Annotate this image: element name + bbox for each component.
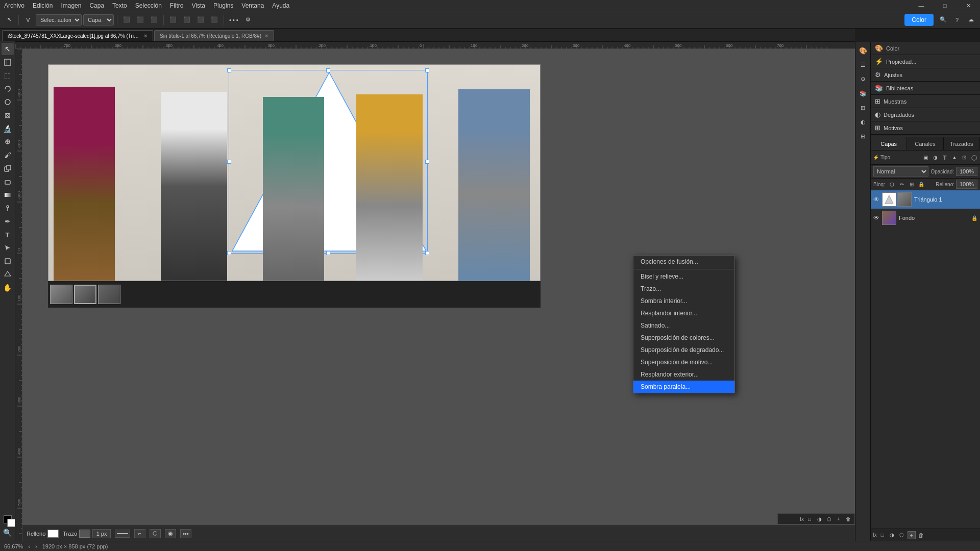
tool-shape[interactable] <box>2 255 14 267</box>
tool-crop[interactable]: ⊠ <box>2 109 14 121</box>
tool-clone[interactable] <box>2 162 14 174</box>
share-button[interactable]: Color <box>904 14 934 26</box>
ctx-superposicion-motivo[interactable]: Superposición de motivo... <box>633 356 734 368</box>
libraries-panel[interactable]: 📚 Bibliotecas <box>871 82 980 95</box>
lock-position-btn[interactable]: ✏ <box>898 180 906 188</box>
group-layers-btn[interactable]: ⬡ <box>825 515 833 523</box>
fill-input[interactable]: 100% <box>956 180 977 189</box>
patterns-icon[interactable]: ⊞ <box>857 131 869 142</box>
tool-artboard[interactable] <box>2 56 14 68</box>
layers-tab-canales[interactable]: Canales <box>907 137 943 150</box>
layer-new-fill-btn[interactable]: □ <box>878 531 887 539</box>
menu-item-texto[interactable]: Texto <box>112 2 127 9</box>
maximize-button[interactable]: □ <box>933 0 957 11</box>
gradients-icon[interactable]: ◐ <box>857 116 869 128</box>
fill-color-swatch[interactable] <box>47 530 59 538</box>
layers-tab-trazados[interactable]: Trazados <box>944 137 980 150</box>
thumb-1[interactable] <box>50 285 72 304</box>
gradients-panel[interactable]: ◐ Degradados <box>871 108 980 121</box>
tab-1-close[interactable]: ✕ <box>264 33 268 39</box>
ctx-bisel-relieve[interactable]: Bisel y relieve... <box>633 270 734 283</box>
layer-add-btn[interactable]: + <box>908 531 916 539</box>
tool-gradient[interactable] <box>2 189 14 201</box>
menu-item-imagen[interactable]: Imagen <box>61 2 81 9</box>
shape-mode-btn[interactable]: ⬡ <box>150 529 161 538</box>
menu-item-archivo[interactable]: Archivo <box>4 2 24 9</box>
layer-item-triangle[interactable]: 👁 Triángulo 1 <box>871 190 980 209</box>
menu-item-plugins[interactable]: Plugins <box>213 2 233 9</box>
tool-3d[interactable] <box>2 268 14 281</box>
more-shape-btn[interactable]: ••• <box>180 529 191 538</box>
align-right-btn[interactable]: ⬛ <box>148 14 160 26</box>
mask-btn[interactable]: ◉ <box>165 529 176 538</box>
align-left-btn[interactable]: ⬛ <box>120 14 133 26</box>
thumb-2[interactable] <box>74 285 96 304</box>
ctx-superposicion-colores[interactable]: Superposición de colores... <box>633 332 734 344</box>
help-btn[interactable]: ? <box>951 14 963 26</box>
lock-artboard-btn[interactable]: ⊞ <box>908 180 916 188</box>
tab-1[interactable]: Sin título-1 al 66,7% (Rectángulo 1, RGB… <box>154 30 274 41</box>
tool-hand[interactable]: ✋ <box>2 282 14 294</box>
tool-heal[interactable] <box>2 136 14 148</box>
lock-all-btn[interactable]: 🔒 <box>917 180 925 188</box>
layer-item-fondo[interactable]: 👁 Fondo 🔒 <box>871 209 980 227</box>
distribute2-btn[interactable]: ⬛ <box>181 14 193 26</box>
add-mask-btn[interactable]: ◑ <box>815 515 823 523</box>
delete-layer-btn2[interactable]: 🗑 <box>844 515 852 523</box>
tool-marquee[interactable]: ⬚ <box>2 69 14 82</box>
lock-pixels-btn[interactable]: ⬡ <box>888 180 896 188</box>
color-panel-icon[interactable]: 🎨 <box>857 45 869 56</box>
tool-eraser[interactable] <box>2 176 14 188</box>
layer-group-btn[interactable]: ⬡ <box>898 531 906 539</box>
tool-select-subject[interactable] <box>2 96 14 108</box>
layer-visibility-eye-1[interactable]: 👁 <box>873 196 879 203</box>
layer-type-smart-btn[interactable]: ⊡ <box>960 154 968 162</box>
select-btn[interactable]: V <box>22 14 34 26</box>
new-fill-layer-btn[interactable]: □ <box>805 515 814 523</box>
tool-text[interactable]: T <box>2 229 14 241</box>
cloud-btn[interactable]: ☁ <box>965 14 977 26</box>
foreground-color[interactable] <box>4 515 12 523</box>
distribute4-btn[interactable]: ⬛ <box>208 14 220 26</box>
layer-type-pixel-btn[interactable]: ▣ <box>921 154 929 162</box>
layers-tab-capas[interactable]: Capas <box>871 137 907 150</box>
menu-item-edicion[interactable]: Edición <box>33 2 53 9</box>
layer-visibility-eye-2[interactable]: 👁 <box>873 214 879 221</box>
ctx-resplandor-interior[interactable]: Resplandor interior... <box>633 307 734 319</box>
adjustments-panel[interactable]: ⚙ Ajustes <box>871 68 980 82</box>
tool-brush[interactable]: 🖌 <box>2 149 14 161</box>
move-tool-btn[interactable]: ↖ <box>3 14 15 26</box>
layer-delete-btn[interactable]: 🗑 <box>917 531 925 539</box>
patterns-panel[interactable]: ⊞ Motivos <box>871 121 980 135</box>
swatches-panel[interactable]: ⊞ Muestras <box>871 95 980 108</box>
menu-item-seleccion[interactable]: Selección <box>135 2 162 9</box>
ctx-resplandor-exterior[interactable]: Resplandor exterior... <box>633 368 734 381</box>
tool-eyedropper[interactable]: 🔬 <box>2 122 14 135</box>
fx-text[interactable]: fx <box>800 516 804 522</box>
align-center-btn[interactable]: ⬛ <box>134 14 146 26</box>
opacity-input[interactable]: 100% <box>956 167 977 176</box>
settings-btn[interactable]: ⚙ <box>242 14 254 26</box>
nav-arrow-left[interactable]: ‹ <box>28 543 30 549</box>
corner-radius-btn[interactable]: ⌐ <box>134 529 145 538</box>
layer-filter-toggle[interactable]: ◯ <box>970 154 978 162</box>
close-button[interactable]: ✕ <box>957 0 980 11</box>
layer-type-shape-btn[interactable]: ▲ <box>950 154 959 162</box>
properties-panel[interactable]: ⚡ Propiedad... <box>871 55 980 68</box>
nav-arrow-right[interactable]: › <box>35 543 37 549</box>
select-mode-dropdown[interactable]: Selec. autom. <box>36 14 82 26</box>
adjustments-icon[interactable]: ⚙ <box>857 73 869 85</box>
more-options-btn[interactable]: • • • <box>227 14 240 26</box>
menu-item-ventana[interactable]: Ventana <box>241 2 264 9</box>
stroke-style-btn[interactable] <box>115 530 130 538</box>
search-icon-btn[interactable]: 🔍 <box>937 14 949 26</box>
blend-mode-select[interactable]: Normal <box>873 166 928 177</box>
add-layer-btn2[interactable]: + <box>835 515 843 523</box>
ctx-sombra-paralela[interactable]: Sombra paralela... <box>633 381 734 393</box>
stroke-color-swatch[interactable] <box>79 530 90 538</box>
properties-icon[interactable]: ☰ <box>857 59 869 70</box>
thumb-3[interactable] <box>98 285 120 304</box>
menu-item-capa[interactable]: Capa <box>89 2 104 9</box>
layer-type-text-btn[interactable]: T <box>941 154 949 162</box>
distribute-btn[interactable]: ⬛ <box>167 14 179 26</box>
